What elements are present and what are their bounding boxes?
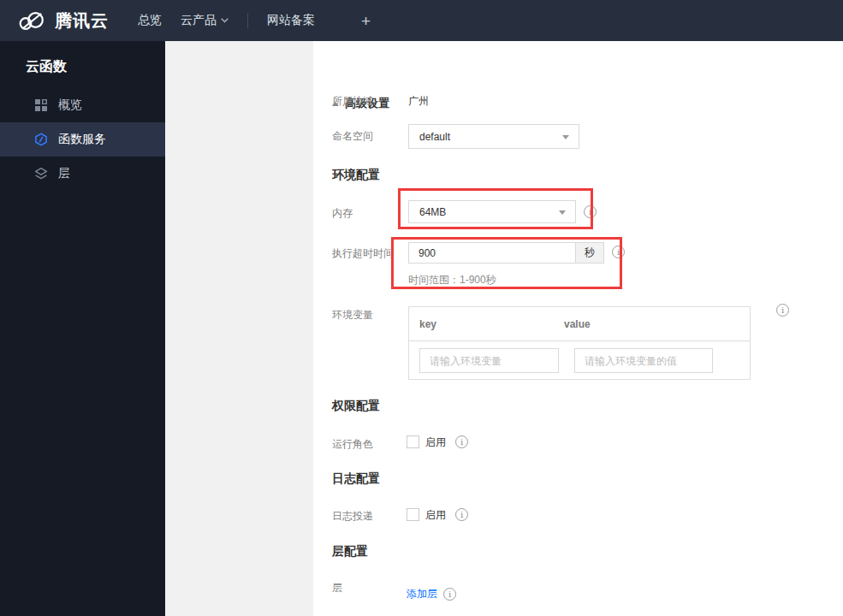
runrole-checkbox[interactable] (407, 435, 419, 448)
caret-down-icon (562, 135, 569, 139)
layer-info-icon[interactable] (443, 588, 456, 601)
sidebar-item-label: 概览 (58, 98, 82, 113)
envvars-table-header: key value (409, 307, 750, 341)
nav-divider (247, 13, 248, 28)
runrole-enable-label: 启用 (425, 436, 446, 449)
top-navigation: 总览 云产品 网站备案 + (138, 13, 371, 29)
sidebar-item-function-service[interactable]: 函数服务 (0, 122, 165, 157)
add-product-tab-button[interactable]: + (361, 13, 371, 29)
section-env-config: 环境配置 (332, 168, 380, 181)
section-log-config: 日志配置 (332, 471, 380, 485)
namespace-selected-value: default (419, 131, 450, 143)
tencent-cloud-logo-icon (15, 9, 48, 32)
section-permission-config: 权限配置 (332, 399, 380, 412)
add-layer-link[interactable]: 添加层 (407, 588, 437, 600)
sidebar-item-label: 函数服务 (58, 132, 106, 147)
content-area: 高级设置 所属地域 广州 命名空间 default 环境配置 内存 64MB 执… (165, 41, 843, 616)
topbar: 腾讯云 总览 云产品 网站备案 + (0, 0, 843, 41)
sidebar-title: 云函数 (0, 41, 165, 88)
brand[interactable]: 腾讯云 (15, 9, 109, 33)
sidebar-item-overview[interactable]: 概览 (0, 88, 165, 122)
timeout-input-group: 秒 (408, 242, 604, 264)
timeout-label: 执行超时时间 (332, 247, 394, 259)
envvar-value-header: value (564, 318, 591, 330)
sidebar-item-label: 层 (58, 166, 70, 181)
timeout-input[interactable] (408, 242, 576, 264)
section-layer-config: 层配置 (332, 544, 368, 558)
logship-label: 日志投递 (332, 510, 373, 522)
logship-checkbox[interactable] (407, 508, 419, 521)
sidebar-menu: 概览 函数服务 层 (0, 88, 165, 191)
memory-selected-value: 64MB (419, 206, 446, 218)
layers-icon (34, 167, 48, 181)
app-root: 腾讯云 总览 云产品 网站备案 + 云函数 概览 (0, 0, 843, 616)
memory-info-icon[interactable] (584, 205, 597, 218)
caret-down-icon (559, 210, 566, 215)
logship-enable-label: 启用 (425, 509, 446, 522)
region-value: 广州 (408, 95, 429, 107)
grid-icon (34, 98, 48, 112)
sidebar: 云函数 概览 函数服务 (0, 41, 165, 616)
brand-name: 腾讯云 (55, 9, 109, 33)
runrole-label: 运行角色 (332, 438, 373, 450)
sidebar-item-layers[interactable]: 层 (0, 157, 165, 191)
logship-info-icon[interactable] (455, 508, 468, 521)
envvars-table-row (409, 341, 750, 380)
memory-select[interactable]: 64MB (408, 200, 576, 223)
namespace-select[interactable]: default (408, 124, 579, 149)
envvars-info-icon[interactable] (776, 304, 789, 317)
envvar-value-input[interactable] (574, 348, 713, 373)
region-label: 所属地域 (332, 95, 373, 107)
timeout-hint: 时间范围：1-900秒 (408, 274, 496, 286)
nav-cloud-products[interactable]: 云产品 (181, 13, 229, 28)
envvars-label: 环境变量 (332, 309, 373, 321)
namespace-label: 命名空间 (332, 130, 373, 142)
layer-label: 层 (332, 582, 342, 594)
form-panel: 高级设置 所属地域 广州 命名空间 default 环境配置 内存 64MB 执… (313, 41, 843, 616)
envvars-table: key value (408, 306, 751, 380)
scf-hexagon-icon (34, 133, 48, 146)
runrole-info-icon[interactable] (455, 435, 468, 448)
nav-website-record[interactable]: 网站备案 (267, 13, 315, 28)
timeout-info-icon[interactable] (612, 246, 625, 258)
chevron-down-icon (221, 18, 229, 23)
memory-label: 内存 (332, 207, 353, 219)
envvar-key-header: key (409, 318, 564, 330)
nav-overview[interactable]: 总览 (138, 13, 162, 28)
timeout-unit-addon: 秒 (575, 242, 604, 264)
envvar-key-input[interactable] (419, 348, 559, 373)
nav-cloud-products-label: 云产品 (181, 13, 217, 28)
